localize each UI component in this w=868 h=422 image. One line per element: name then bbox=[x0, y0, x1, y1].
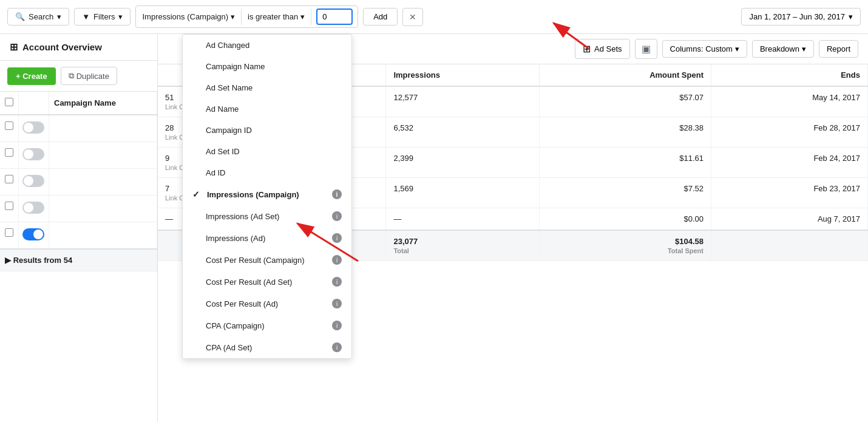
select-all-checkbox[interactable] bbox=[5, 98, 13, 106]
dropdown-item-campaign-name[interactable]: Campaign Name bbox=[183, 56, 351, 77]
info-icon[interactable]: i bbox=[332, 277, 342, 287]
row4-toggle[interactable] bbox=[22, 202, 44, 214]
dropdown-item-label: Ad Set Name bbox=[206, 83, 253, 92]
search-label: Search bbox=[29, 12, 53, 21]
row1-amount-value: $57.07 bbox=[679, 93, 704, 102]
dropdown-item-left: ✓Impressions (Campaign) bbox=[192, 189, 299, 199]
totals-amount-value: $104.58 bbox=[675, 237, 704, 246]
filter-field-selector[interactable]: Impressions (Campaign) ▾ bbox=[136, 9, 242, 25]
dropdown-item-left: Campaign ID bbox=[192, 126, 252, 135]
filter-field-chevron-icon: ▾ bbox=[231, 12, 235, 21]
dropdown-item-ad-id[interactable]: Ad ID bbox=[183, 162, 351, 183]
ends-header-label: Ends bbox=[841, 70, 860, 80]
dropdown-item-label: Cost Per Result (Ad Set) bbox=[206, 277, 292, 287]
search-icon: 🔍 bbox=[15, 12, 25, 21]
checkmark-icon: ✓ bbox=[192, 189, 200, 199]
dropdown-item-impressions-(ad)[interactable]: Impressions (Ad)i bbox=[183, 227, 351, 249]
col-toggle-header bbox=[19, 92, 49, 115]
info-icon[interactable]: i bbox=[332, 189, 342, 199]
reports-button[interactable]: Report bbox=[819, 40, 858, 58]
dropdown-item-cost-per-result-(ad-set)[interactable]: Cost Per Result (Ad Set)i bbox=[183, 271, 351, 293]
info-icon[interactable]: i bbox=[332, 255, 342, 265]
dropdown-item-ad-set-id[interactable]: Ad Set ID bbox=[183, 141, 351, 162]
totals-impressions-value: 23,077 bbox=[393, 237, 418, 246]
ad-sets-button[interactable]: ⊞ Ad Sets bbox=[575, 39, 630, 59]
breakdown-button[interactable]: Breakdown ▾ bbox=[752, 40, 814, 58]
adsets-grid-icon: ⊞ bbox=[583, 43, 591, 55]
dropdown-item-left: Ad Changed bbox=[192, 41, 249, 50]
date-range-button[interactable]: Jan 1, 2017 – Jun 30, 2017 ▾ bbox=[741, 8, 861, 26]
dropdown-item-left: Cost Per Result (Campaign) bbox=[192, 256, 305, 265]
filter-value-input[interactable] bbox=[316, 9, 353, 25]
info-icon[interactable]: i bbox=[332, 299, 342, 308]
dropdown-item-left: Cost Per Result (Ad Set) bbox=[192, 277, 292, 287]
info-icon[interactable]: i bbox=[332, 233, 342, 243]
row2-ends-value: Feb 28, 2017 bbox=[813, 123, 860, 132]
dropdown-item-cpa-(campaign)[interactable]: CPA (Campaign)i bbox=[183, 315, 351, 336]
close-icon: ✕ bbox=[409, 12, 416, 22]
filter-condition-selector[interactable]: is greater than ▾ bbox=[242, 9, 311, 25]
row1-checkbox[interactable] bbox=[5, 121, 13, 130]
row2-checkbox[interactable] bbox=[5, 148, 13, 157]
columns-chevron-icon: ▾ bbox=[735, 44, 739, 53]
dropdown-item-ad-name[interactable]: Ad Name bbox=[183, 98, 351, 120]
row2-toggle-cell bbox=[19, 142, 49, 169]
row2-toggle[interactable] bbox=[22, 148, 44, 160]
row5-results-value: — bbox=[165, 214, 173, 223]
dropdown-item-impressions-(campaign)[interactable]: ✓Impressions (Campaign)i bbox=[183, 183, 351, 205]
row3-campaign-cell bbox=[49, 169, 157, 196]
row4-checkbox[interactable] bbox=[5, 202, 13, 210]
search-button[interactable]: 🔍 Search ▾ bbox=[7, 8, 69, 26]
dropdown-item-ad-set-name[interactable]: Ad Set Name bbox=[183, 77, 351, 98]
results-from-label: Results from 54 bbox=[13, 256, 73, 265]
dropdown-item-cost-per-result-(campaign)[interactable]: Cost Per Result (Campaign)i bbox=[183, 249, 351, 271]
dropdown-item-left: Campaign Name bbox=[192, 62, 265, 71]
filter-value-container bbox=[311, 6, 358, 27]
totals-ends-cell bbox=[711, 230, 867, 261]
duplicate-button[interactable]: ⧉ Duplicate bbox=[61, 67, 117, 85]
dropdown-item-ad-changed[interactable]: Ad Changed bbox=[183, 35, 351, 56]
row3-impressions: 2,399 bbox=[386, 148, 540, 178]
row1-ends-value: May 14, 2017 bbox=[812, 93, 860, 102]
row5-ends-value: Aug 7, 2017 bbox=[818, 214, 860, 223]
filters-button[interactable]: ▼ Filters ▾ bbox=[74, 8, 131, 26]
close-filter-button[interactable]: ✕ bbox=[402, 8, 423, 26]
row3-checkbox[interactable] bbox=[5, 175, 13, 183]
filter-field-label: Impressions (Campaign) bbox=[142, 12, 228, 21]
filter-dropdown: Impressions (Campaign) ▾ is greater than… bbox=[135, 5, 358, 28]
info-icon[interactable]: i bbox=[332, 321, 342, 330]
row1-toggle[interactable] bbox=[22, 121, 44, 134]
dropdown-item-left: Ad Set ID bbox=[192, 147, 240, 156]
add-filter-button[interactable]: Add bbox=[363, 8, 398, 26]
dropdown-item-cpa-(ad-set)[interactable]: CPA (Ad Set)i bbox=[183, 336, 351, 358]
dropdown-item-left: CPA (Ad Set) bbox=[192, 343, 252, 352]
row3-amount-spent: $11.61 bbox=[540, 148, 711, 178]
dropdown-item-left: CPA (Campaign) bbox=[192, 321, 265, 330]
breakdown-chevron-icon: ▾ bbox=[802, 44, 806, 53]
row1-ends: May 14, 2017 bbox=[711, 86, 867, 117]
duplicate-icon: ⧉ bbox=[69, 71, 74, 81]
table-row bbox=[0, 115, 157, 142]
results-from-cell: ▶ Results from 54 bbox=[0, 249, 157, 271]
top-toolbar: 🔍 Search ▾ ▼ Filters ▾ Impressions (Camp… bbox=[0, 0, 868, 34]
dropdown-item-label: Ad Name bbox=[206, 104, 239, 114]
dropdown-item-cost-per-result-(ad)[interactable]: Cost Per Result (Ad)i bbox=[183, 293, 351, 315]
search-chevron-icon: ▾ bbox=[57, 12, 61, 21]
view-toggle-button[interactable]: ▣ bbox=[635, 39, 657, 59]
dropdown-item-label: CPA (Ad Set) bbox=[206, 343, 252, 352]
dropdown-item-label: Campaign ID bbox=[206, 126, 252, 135]
row5-toggle[interactable] bbox=[22, 228, 44, 240]
dropdown-item-impressions-(ad-set)[interactable]: Impressions (Ad Set)i bbox=[183, 205, 351, 227]
info-icon[interactable]: i bbox=[332, 342, 342, 352]
col-impressions-header: Impressions bbox=[386, 64, 540, 86]
columns-button[interactable]: Columns: Custom ▾ bbox=[662, 40, 747, 58]
row4-ends-value: Feb 23, 2017 bbox=[813, 184, 860, 193]
info-icon[interactable]: i bbox=[332, 211, 342, 221]
row3-checkbox-cell bbox=[0, 169, 19, 196]
row3-toggle[interactable] bbox=[22, 175, 44, 187]
table-row bbox=[0, 142, 157, 169]
row5-checkbox[interactable] bbox=[5, 228, 13, 237]
dropdown-item-campaign-id[interactable]: Campaign ID bbox=[183, 120, 351, 141]
filter-condition-chevron-icon: ▾ bbox=[300, 12, 305, 21]
create-button[interactable]: + Create bbox=[7, 67, 56, 85]
